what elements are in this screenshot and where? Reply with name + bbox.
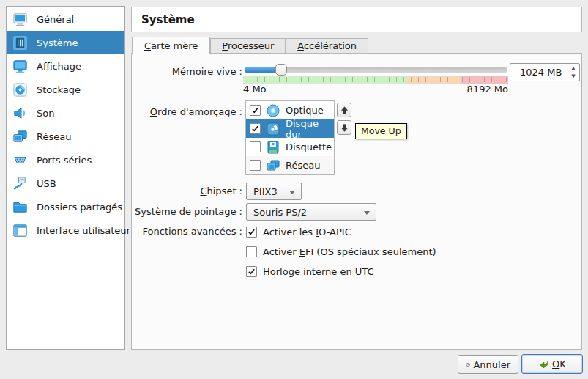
- usb-icon: [12, 175, 29, 192]
- hard-disk-icon: [266, 122, 280, 136]
- cancel-button-label: Annuler: [473, 359, 510, 370]
- audio-icon: [12, 105, 29, 122]
- feature-row-ioapic: Activer les IO-APIC: [246, 224, 351, 239]
- ioapic-checkbox[interactable]: [246, 227, 257, 238]
- move-up-tooltip: Move Up: [355, 123, 407, 139]
- sidebar-item-label: Ports séries: [37, 155, 92, 166]
- sidebar-item-label: USB: [37, 178, 56, 189]
- tab-processor[interactable]: Processeur: [210, 38, 286, 53]
- sidebar-item-display[interactable]: Affichage: [7, 54, 124, 78]
- machine-icon: [12, 11, 29, 28]
- move-down-button[interactable]: [337, 120, 351, 135]
- vm-settings-dialog: Général Système Affichage Stockage Son R…: [0, 0, 588, 379]
- page-title-box: Système: [131, 7, 582, 32]
- ok-button[interactable]: OK: [521, 354, 583, 374]
- optical-disc-icon: [266, 103, 280, 118]
- sidebar-item-label: Interface utilisateur: [37, 225, 130, 236]
- sidebar-item-label: Stockage: [37, 84, 81, 95]
- memory-slider-handle[interactable]: [275, 64, 287, 76]
- sidebar-item-system[interactable]: Système: [7, 31, 124, 54]
- spin-up-icon[interactable]: ▲: [567, 64, 579, 73]
- sidebar-item-network[interactable]: Réseau: [7, 125, 124, 148]
- sidebar-item-general[interactable]: Général: [7, 7, 124, 31]
- boot-row-floppy[interactable]: Disquette: [246, 138, 334, 156]
- arrow-down-icon: [340, 123, 349, 133]
- sidebar-item-user-interface[interactable]: Interface utilisateur: [7, 218, 124, 242]
- sidebar-item-storage[interactable]: Stockage: [7, 78, 124, 101]
- sidebar-item-serial-ports[interactable]: Ports séries: [7, 148, 124, 172]
- boot-hard-disk-checkbox[interactable]: [250, 123, 261, 134]
- floppy-disk-icon: [266, 140, 280, 155]
- chipset-dropdown[interactable]: PIIX3: [246, 183, 302, 200]
- sidebar-item-label: Dossiers partagés: [37, 202, 122, 213]
- memory-scale-strip: [243, 76, 508, 84]
- storage-icon: [12, 81, 29, 98]
- sidebar-item-label: Affichage: [37, 61, 81, 72]
- ok-button-label: OK: [552, 358, 566, 369]
- features-label: Fonctions avancées :: [132, 224, 242, 239]
- serial-port-icon: [12, 152, 29, 169]
- boot-network-checkbox[interactable]: [250, 160, 261, 171]
- memory-label: Mémoire vive :: [132, 65, 242, 79]
- user-interface-icon: [12, 222, 29, 239]
- tab-acceleration[interactable]: Accélération: [286, 38, 368, 53]
- sidebar-item-audio[interactable]: Son: [7, 101, 124, 125]
- pointing-device-value: Souris PS/2: [253, 207, 307, 218]
- chip-icon: [12, 34, 29, 51]
- page-title: Système: [141, 13, 195, 26]
- memory-max-label: 8192 Mo: [243, 84, 508, 95]
- chevron-down-icon: [289, 191, 295, 194]
- boot-floppy-checkbox[interactable]: [250, 141, 261, 152]
- tab-bar: Carte mère Processeur Accélération: [132, 37, 368, 54]
- sidebar-item-label: Général: [37, 14, 74, 25]
- sidebar-item-usb[interactable]: USB: [7, 172, 124, 195]
- boot-order-list: Optique Disque dur Disquette Réseau: [245, 100, 335, 175]
- arrow-up-icon: [340, 106, 349, 115]
- settings-category-list: Général Système Affichage Stockage Son R…: [6, 6, 125, 350]
- memory-spinbox: ▲ ▼: [510, 63, 580, 81]
- ok-green-arrow-icon: [538, 358, 549, 369]
- shared-folder-icon: [12, 199, 29, 216]
- memory-slider[interactable]: [245, 67, 507, 73]
- move-up-button[interactable]: [337, 103, 351, 117]
- boot-row-network[interactable]: Réseau: [246, 156, 334, 174]
- cancel-slash-icon: [466, 359, 470, 370]
- sidebar-item-label: Système: [37, 37, 78, 48]
- feature-row-utc: Horloge interne en UTC: [246, 264, 374, 279]
- efi-label: Activer EFI (OS spéciaux seulement): [263, 246, 436, 257]
- chipset-label: Chipset :: [132, 184, 242, 199]
- boot-row-label: Optique: [286, 105, 324, 116]
- boot-row-hard-disk[interactable]: Disque dur: [246, 119, 334, 138]
- network-icon: [266, 158, 280, 173]
- utc-checkbox[interactable]: [246, 266, 257, 277]
- boot-optical-checkbox[interactable]: [250, 105, 261, 116]
- sidebar-item-label: Réseau: [37, 131, 71, 142]
- efi-checkbox[interactable]: [246, 246, 257, 257]
- utc-label: Horloge interne en UTC: [263, 266, 374, 277]
- memory-value-input[interactable]: [510, 64, 567, 81]
- boot-row-label: Disquette: [286, 141, 332, 152]
- chipset-value: PIIX3: [253, 186, 278, 197]
- sidebar-item-label: Son: [37, 108, 54, 119]
- motherboard-tab-panel: Mémoire vive : 4 Mo 8192 Mo ▲ ▼ Ordre d'…: [131, 53, 582, 350]
- spin-down-icon[interactable]: ▼: [567, 73, 579, 81]
- display-icon: [12, 58, 29, 75]
- pointing-device-dropdown[interactable]: Souris PS/2: [246, 203, 376, 221]
- pointing-device-label: Système de pointage :: [132, 205, 242, 219]
- network-icon: [12, 128, 29, 145]
- memory-scale-ticks: [243, 77, 508, 82]
- boot-row-label: Disque dur: [286, 118, 334, 140]
- cancel-button[interactable]: Annuler: [458, 355, 518, 374]
- boot-row-optical[interactable]: Optique: [246, 101, 334, 119]
- boot-row-label: Réseau: [286, 160, 320, 171]
- ioapic-label: Activer les IO-APIC: [263, 227, 351, 238]
- boot-order-label: Ordre d'amorçage :: [132, 105, 242, 119]
- tab-motherboard[interactable]: Carte mère: [132, 37, 210, 54]
- chevron-down-icon: [364, 211, 370, 215]
- sidebar-item-shared-folders[interactable]: Dossiers partagés: [7, 195, 124, 218]
- feature-row-efi: Activer EFI (OS spéciaux seulement): [246, 244, 436, 259]
